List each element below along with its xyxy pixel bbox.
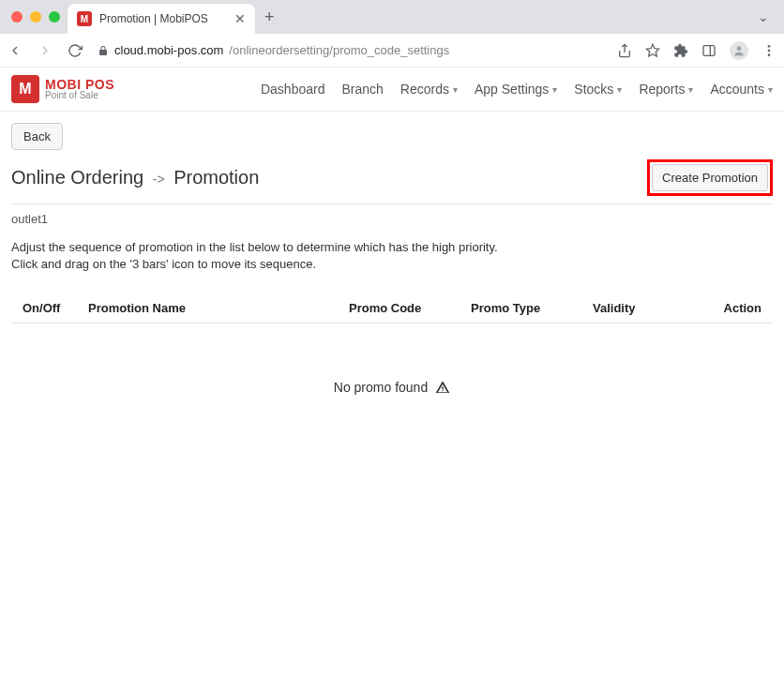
- instructions-text: Adjust the sequence of promotion in the …: [11, 239, 773, 273]
- back-button[interactable]: Back: [11, 123, 63, 150]
- svg-point-5: [768, 45, 771, 48]
- reload-icon[interactable]: [68, 43, 88, 58]
- svg-point-7: [768, 53, 771, 56]
- browser-chrome: M Promotion | MobiPOS ✕ + ⌄ cloud.mobi-p…: [0, 0, 784, 68]
- breadcrumb-parent: Online Ordering: [11, 167, 143, 188]
- url-field[interactable]: cloud.mobi-pos.com/onlineordersetting/pr…: [98, 43, 608, 57]
- chevron-down-icon: ▾: [552, 84, 557, 95]
- nav-label: Accounts: [710, 82, 764, 97]
- side-panel-icon[interactable]: [701, 43, 716, 58]
- breadcrumb: Online Ordering -> Promotion: [11, 167, 259, 188]
- new-tab-button[interactable]: +: [255, 8, 284, 27]
- page-body: Back Online Ordering -> Promotion Create…: [0, 112, 784, 406]
- tabs-overflow-icon[interactable]: ⌄: [758, 9, 769, 24]
- brand-name: MOBI POS: [45, 78, 114, 91]
- logo-mark-icon: M: [11, 75, 39, 103]
- url-path: /onlineordersetting/promo_code_settings: [229, 43, 449, 57]
- col-header-validity: Validity: [593, 301, 686, 315]
- nav-stocks[interactable]: Stocks▾: [574, 82, 622, 97]
- maximize-window-button[interactable]: [49, 11, 60, 23]
- nav-app-settings[interactable]: App Settings▾: [475, 82, 557, 97]
- nav-label: Branch: [341, 82, 383, 97]
- svg-point-4: [737, 46, 742, 51]
- nav-records[interactable]: Records▾: [400, 82, 458, 97]
- col-header-action: Action: [686, 301, 761, 315]
- nav-label: Records: [400, 82, 449, 97]
- nav-accounts[interactable]: Accounts▾: [710, 82, 773, 97]
- window-controls: [8, 11, 68, 23]
- browser-tab[interactable]: M Promotion | MobiPOS ✕: [68, 4, 255, 34]
- svg-marker-1: [646, 44, 658, 56]
- divider: [11, 203, 773, 204]
- profile-avatar-icon[interactable]: [730, 41, 748, 60]
- create-promotion-button[interactable]: Create Promotion: [652, 164, 768, 191]
- lock-icon: [98, 45, 109, 56]
- col-header-name: Promotion Name: [88, 301, 349, 315]
- logo-text: MOBI POS Point of Sale: [45, 78, 114, 100]
- app-header: M MOBI POS Point of Sale Dashboard Branc…: [0, 68, 784, 112]
- share-icon[interactable]: [617, 43, 632, 58]
- promo-table: On/Off Promotion Name Promo Code Promo T…: [11, 293, 773, 395]
- chevron-down-icon: ▾: [617, 84, 622, 95]
- minimize-window-button[interactable]: [30, 11, 41, 23]
- extensions-icon[interactable]: [673, 43, 688, 58]
- warning-icon: [435, 380, 450, 395]
- empty-state: No promo found: [11, 380, 773, 395]
- svg-rect-2: [703, 45, 715, 55]
- bookmark-star-icon[interactable]: [645, 43, 660, 58]
- empty-text: No promo found: [334, 380, 428, 395]
- outlet-label: outlet1: [11, 212, 773, 226]
- back-nav-icon[interactable]: [8, 43, 28, 58]
- close-window-button[interactable]: [11, 11, 23, 23]
- create-promotion-highlight: Create Promotion: [647, 159, 773, 196]
- nav-label: Dashboard: [261, 82, 325, 97]
- tab-bar: M Promotion | MobiPOS ✕ + ⌄: [0, 0, 784, 34]
- col-header-type: Promo Type: [471, 301, 593, 315]
- url-host: cloud.mobi-pos.com: [114, 43, 223, 57]
- nav-label: Stocks: [574, 82, 613, 97]
- nav-branch[interactable]: Branch: [341, 82, 383, 97]
- address-bar: cloud.mobi-pos.com/onlineordersetting/pr…: [0, 34, 784, 68]
- page-title-row: Online Ordering -> Promotion Create Prom…: [11, 159, 773, 196]
- table-header-row: On/Off Promotion Name Promo Code Promo T…: [11, 293, 773, 323]
- chevron-down-icon: ▾: [768, 84, 773, 95]
- nav-reports[interactable]: Reports▾: [639, 82, 693, 97]
- kebab-menu-icon[interactable]: [761, 43, 776, 58]
- brand-tagline: Point of Sale: [45, 91, 114, 100]
- close-tab-icon[interactable]: ✕: [234, 11, 246, 26]
- forward-nav-icon[interactable]: [38, 43, 58, 58]
- col-header-code: Promo Code: [349, 301, 471, 315]
- browser-action-icons: [617, 41, 776, 60]
- favicon-icon: M: [77, 11, 92, 26]
- chevron-down-icon: ▾: [688, 84, 693, 95]
- nav-dashboard[interactable]: Dashboard: [261, 82, 325, 97]
- main-nav: Dashboard Branch Records▾ App Settings▾ …: [261, 82, 773, 97]
- breadcrumb-separator: ->: [153, 172, 165, 187]
- tab-title: Promotion | MobiPOS: [99, 12, 227, 25]
- svg-point-6: [768, 49, 771, 52]
- brand-logo[interactable]: M MOBI POS Point of Sale: [11, 75, 114, 103]
- nav-label: App Settings: [475, 82, 549, 97]
- instruction-line: Adjust the sequence of promotion in the …: [11, 239, 773, 256]
- instruction-line: Click and drag on the '3 bars' icon to m…: [11, 256, 773, 273]
- breadcrumb-current: Promotion: [173, 167, 259, 188]
- nav-label: Reports: [639, 82, 685, 97]
- chevron-down-icon: ▾: [453, 84, 458, 95]
- col-header-onoff: On/Off: [23, 301, 88, 315]
